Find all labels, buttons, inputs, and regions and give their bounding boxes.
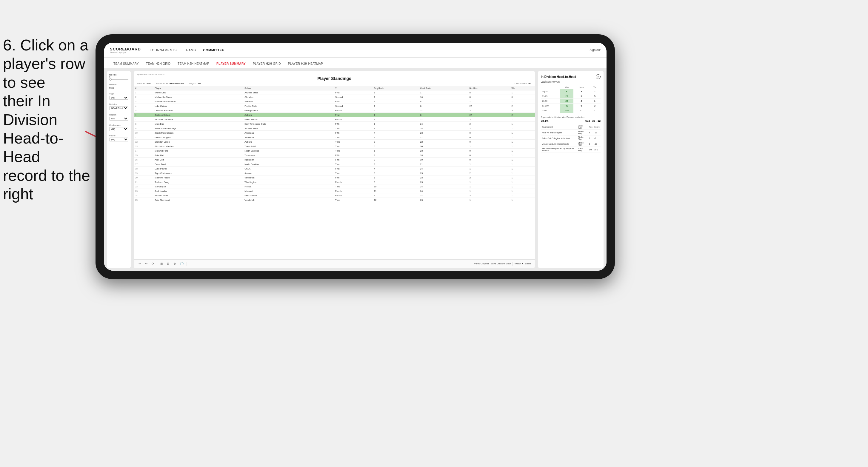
cell-school: Vanderbilt: [243, 198, 334, 202]
table-row[interactable]: 24 Bastien Amat New Mexico Fourth 1 27 2…: [134, 193, 535, 198]
cell-reg: 1: [373, 90, 419, 95]
cell-reg: 8: [373, 162, 419, 166]
cell-school: Florida State: [243, 104, 334, 108]
share-button[interactable]: Share: [525, 262, 531, 265]
group-button[interactable]: ⊕: [172, 261, 177, 266]
cell-player: Matthew Riedel: [153, 176, 243, 180]
cell-num: 20: [134, 176, 153, 180]
undo-button[interactable]: ↩: [137, 261, 142, 266]
bottom-toolbar: ↩ ↪ ⟳ ⊞ ⊟ ⊕ 🕐 View: Original Save Custom…: [134, 259, 535, 268]
cell-school: Washington: [243, 180, 334, 184]
table-row[interactable]: 3 Michael Thorbjornsen Stanford First 3 …: [134, 99, 535, 104]
watch-button[interactable]: Watch ▾: [515, 262, 523, 265]
cell-player: Wenyi Ding: [153, 90, 243, 95]
cell-rds: 2: [468, 171, 510, 176]
table-row[interactable]: 1 Wenyi Ding Arizona State First 1 1 8 1: [134, 90, 535, 95]
division-label: Division: [109, 103, 128, 105]
left-sidebar: No Rds. 6 Gender Men Year (All): [107, 71, 131, 268]
cell-num: 17: [134, 162, 153, 166]
table-row[interactable]: 5 Christo Lamprecht Georgia Tech Fourth …: [134, 108, 535, 113]
cell-win: 1: [510, 135, 535, 139]
forward-button[interactable]: ⟳: [150, 261, 155, 266]
table-row[interactable]: 25 Cole Sherwood Vanderbilt Third 12 23 …: [134, 198, 535, 202]
table-row[interactable]: 18 Luke Powell UCLA First 4 24 1 1: [134, 166, 535, 171]
cell-reg: 6: [373, 144, 419, 149]
table-row[interactable]: 9 Preston Summerhays Arizona State Third…: [134, 126, 535, 131]
cell-player: Taehoon Song: [153, 180, 243, 184]
cell-conf: 30: [419, 144, 468, 149]
tab-team-summary[interactable]: TEAM SUMMARY: [110, 60, 143, 68]
nav-teams[interactable]: TEAMS: [184, 47, 196, 53]
nav-items: TOURNAMENTS TEAMS COMMITTEE: [150, 47, 590, 53]
copy-button[interactable]: ⊞: [159, 261, 164, 266]
cell-num: 16: [134, 158, 153, 162]
h2h-row: 26-50 22 4 1: [541, 99, 600, 103]
nav-committee[interactable]: COMMITTEE: [203, 47, 224, 53]
cell-yr: Fifth: [334, 131, 373, 135]
region-select[interactable]: N/a: [109, 117, 128, 121]
cell-num: 9: [134, 126, 153, 131]
paste-button[interactable]: ⊟: [166, 261, 170, 266]
table-row[interactable]: 15 Jake Hall Tennessee Fifth 9 18 0 1: [134, 153, 535, 158]
cell-school: Stanford: [243, 99, 334, 104]
table-row[interactable]: 20 Matthew Riedel Vanderbilt Fifth 6 23 …: [134, 176, 535, 180]
standings-panel: Update time: 27/03/2024 16:56:26 Player …: [134, 71, 535, 268]
table-row[interactable]: 19 Tiger Christensen Arizona Third 8 23 …: [134, 171, 535, 176]
table-row[interactable]: 21 Taehoon Song Washington Fourth 6 23 1…: [134, 180, 535, 184]
tab-team-h2h-grid[interactable]: TEAM H2H GRID: [143, 60, 174, 68]
tab-player-h2h-heatmap[interactable]: PLAYER H2H HEATMAP: [284, 60, 327, 68]
table-row[interactable]: 7 Nicholas Gabrelcik North Florida Fourt…: [134, 117, 535, 122]
table-row[interactable]: 13 Phichakun Maichon Texas A&M Third 6 3…: [134, 144, 535, 149]
cell-conf: 23: [419, 180, 468, 184]
table-row[interactable]: 14 Maxwell Ford North Carolina Third 6 2…: [134, 149, 535, 153]
clock-button[interactable]: 🕐: [179, 261, 185, 266]
nav-tournaments[interactable]: TOURNAMENTS: [150, 47, 177, 53]
table-row[interactable]: 23 Jack Lundin Missouri Fourth 11 24 1 1: [134, 189, 535, 193]
redo-button[interactable]: ↪: [144, 261, 149, 266]
cell-reg: 6: [373, 180, 419, 184]
table-row[interactable]: 16 Alex Goff Kentucky Fifth 8 19 0 1: [134, 158, 535, 162]
tab-player-summary[interactable]: PLAYER SUMMARY: [213, 60, 249, 68]
save-custom-button[interactable]: Save Custom View: [491, 262, 511, 265]
tab-team-h2h-heatmap[interactable]: TEAM H2H HEATMAP: [174, 60, 213, 68]
table-row[interactable]: 4 Luke Claton Florida State Second 1 8 2…: [134, 104, 535, 108]
conference-select[interactable]: (All): [109, 127, 128, 131]
cell-conf: 24: [419, 189, 468, 193]
table-row[interactable]: 2 Michael La Sasse Ole Miss Second 1 10 …: [134, 95, 535, 99]
cell-win: 1: [510, 117, 535, 122]
close-button[interactable]: ✕: [596, 74, 600, 79]
table-row[interactable]: 8 Mats Ege East Tennessee State Fifth 1 …: [134, 122, 535, 126]
cell-reg: 8: [373, 171, 419, 176]
year-select[interactable]: (All): [109, 96, 128, 100]
cell-reg: 10: [373, 184, 419, 189]
filter-gender: Gender: Men: [137, 82, 151, 85]
h2h-player-name: Jackson Koivun: [541, 80, 600, 83]
division-section: Division NCAA Division I: [109, 103, 128, 110]
cell-reg: 9: [373, 153, 419, 158]
table-row[interactable]: 12 Brendan Valles Auburn Third 7 22 0 1: [134, 139, 535, 144]
cell-rds: 0: [468, 158, 510, 162]
division-select[interactable]: NCAA Division I: [109, 106, 128, 110]
player-select[interactable]: (All): [109, 137, 128, 142]
cell-rds: 2: [468, 193, 510, 198]
table-row[interactable]: 17 David Ford North Carolina Third 8 21 …: [134, 162, 535, 166]
cell-yr: Third: [334, 184, 373, 189]
cell-player: David Ford: [153, 162, 243, 166]
view-original-label[interactable]: View: Original: [474, 262, 489, 265]
table-row[interactable]: 6 Jackson Koivun Auburn First 1 8 27 2: [134, 113, 535, 117]
table-row[interactable]: 11 Gordon Sargent Vanderbilt Third 4 21 …: [134, 135, 535, 139]
cell-player: Michael Thorbjornsen: [153, 99, 243, 104]
cell-player: Phichakun Maichon: [153, 144, 243, 149]
table-row[interactable]: 22 Ian Gilligan Florida Third 10 24 1 1: [134, 184, 535, 189]
sign-out-button[interactable]: Sign out: [590, 48, 600, 52]
cell-school: Texas A&M: [243, 144, 334, 149]
h2h-col-event-type: Event Type: [577, 124, 588, 130]
table-row[interactable]: 10 Jacob Mou-Olesen Arkansas Fifth 4 23 …: [134, 131, 535, 135]
cell-reg: 1: [373, 95, 419, 99]
tab-player-h2h-grid[interactable]: PLAYER H2H GRID: [249, 60, 284, 68]
cell-num: 21: [134, 180, 153, 184]
instruction-text: 6. Click on a player's row to see their …: [0, 36, 93, 204]
cell-rds: 2: [468, 176, 510, 180]
cell-player: Preston Summerhays: [153, 126, 243, 131]
no-rds-slider[interactable]: [109, 79, 128, 80]
